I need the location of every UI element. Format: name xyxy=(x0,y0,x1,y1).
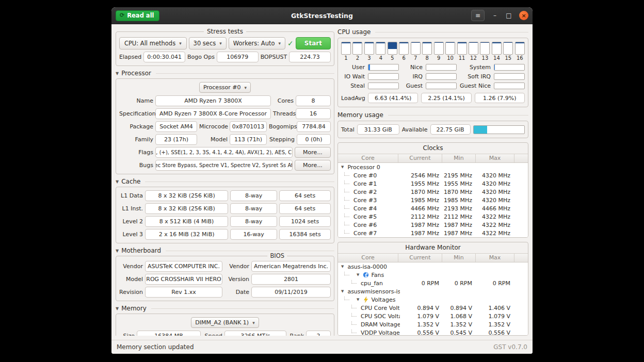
clocks-section: Clocks Core Current Min Max Processor 0 … xyxy=(337,142,528,238)
loadavg-15min: 1.26 (7.9%) xyxy=(475,93,525,103)
table-row[interactable]: Core #11955 MHz1955 MHz4320 MHz xyxy=(338,179,528,188)
start-button[interactable]: Start xyxy=(296,37,331,50)
expander-icon[interactable] xyxy=(341,289,344,293)
model-value: 113 (71h) xyxy=(230,134,267,145)
cache-row-label: L1 Data xyxy=(119,192,143,199)
minimize-button[interactable]: – xyxy=(491,12,498,19)
menu-button[interactable]: ≡ xyxy=(471,10,485,21)
cache-sets: 64 sets xyxy=(279,190,331,201)
threads-value: 16 xyxy=(296,108,331,119)
col-max[interactable]: Max xyxy=(475,154,514,162)
tree-elbow xyxy=(351,330,357,334)
nice-label: Nice xyxy=(402,64,423,71)
table-row[interactable]: Voltages xyxy=(338,295,528,304)
expander-icon[interactable] xyxy=(341,165,344,169)
core-usage-bar: 4 xyxy=(376,42,385,61)
iowait-meter xyxy=(368,73,399,80)
table-row[interactable]: VDDP Voltage0.556 V0.545 V0.556 V xyxy=(338,328,528,335)
softirq-meter xyxy=(494,73,525,80)
table-row[interactable]: Processor 0 xyxy=(338,163,528,171)
table-row[interactable]: asus-isa-0000 xyxy=(338,262,528,271)
expander-icon[interactable] xyxy=(341,265,344,269)
expander-icon[interactable] xyxy=(357,273,359,277)
loadavg-5min: 2.25 (14.1%) xyxy=(421,93,471,103)
model-label: Model xyxy=(199,136,228,143)
mobo-model-label: Model xyxy=(119,276,143,283)
tree-elbow xyxy=(344,297,349,301)
memory-expander[interactable]: Memory xyxy=(116,305,334,312)
table-row[interactable]: Core #71987 MHz1987 MHz4322 MHz xyxy=(338,229,528,237)
table-row[interactable]: Core #02546 MHz2195 MHz4320 MHz xyxy=(338,171,528,179)
col-current[interactable]: Current xyxy=(398,154,442,162)
core-usage-bar: 9 xyxy=(434,42,444,61)
cache-row-label: Level 3 xyxy=(119,231,143,238)
bugs-more-button[interactable]: More... xyxy=(295,160,331,171)
tree-elbow xyxy=(344,272,349,276)
duration-combo[interactable]: 30 secs xyxy=(189,37,227,50)
col-core[interactable]: Core xyxy=(338,254,398,262)
processor-selector-combo[interactable]: Processor #0 xyxy=(199,82,251,93)
col-max[interactable]: Max xyxy=(475,254,514,262)
cache-row-label: L1 Inst. xyxy=(119,205,143,212)
tree-elbow xyxy=(344,222,349,226)
threads-label: Threads xyxy=(273,110,294,117)
processor-section: Processor #0 Name AMD Ryzen 7 3800X Core… xyxy=(116,78,334,174)
table-row[interactable]: Core #52112 MHz2112 MHz4322 MHz xyxy=(338,212,528,221)
guest-nice-label: Guest Nice xyxy=(460,83,491,89)
table-row[interactable]: Core #44466 MHz2193 MHz4466 MHz xyxy=(338,204,528,212)
maximize-button[interactable]: □ xyxy=(505,12,512,19)
motherboard-expander[interactable]: Motherboard xyxy=(116,247,334,254)
family-value: 23 (17h) xyxy=(155,134,197,145)
table-row[interactable]: cpu_fan0 RPM0 RPM0 RPM xyxy=(338,279,528,287)
close-button[interactable]: × xyxy=(519,11,528,20)
core-usage-bar: 1 xyxy=(341,42,351,61)
flags-label: Flags xyxy=(119,149,153,156)
flags-more-button[interactable]: More... xyxy=(295,147,331,158)
table-row[interactable]: CPU Core Voltage0.894 V0.894 V1.406 V xyxy=(338,304,528,312)
family-label: Family xyxy=(119,136,153,143)
hwmon-header: Core Current Min Max xyxy=(338,253,528,262)
col-min[interactable]: Min xyxy=(442,254,475,262)
workers-combo[interactable]: Workers: Auto xyxy=(229,37,285,50)
cache-expander[interactable]: Cache xyxy=(116,178,334,185)
bios-info: Vendor American Megatrends Inc. Version … xyxy=(228,261,331,298)
voltage-icon xyxy=(363,297,369,303)
irq-label: IRQ xyxy=(402,73,423,80)
core-usage-bar: 11 xyxy=(457,42,467,61)
table-row[interactable]: Core #31985 MHz1985 MHz4320 MHz xyxy=(338,196,528,204)
col-core[interactable]: Core xyxy=(338,154,398,162)
mem-speed-value: 3266 MT/s xyxy=(224,331,286,336)
clocks-header: Core Current Min Max xyxy=(338,154,528,163)
bogo-ops-value: 106979 xyxy=(217,52,259,62)
table-row[interactable]: Core #21870 MHz1870 MHz4320 MHz xyxy=(338,188,528,196)
col-min[interactable]: Min xyxy=(442,154,475,162)
status-message: Memory section updated xyxy=(117,343,194,351)
table-row[interactable]: Fans xyxy=(338,271,528,279)
read-all-button[interactable]: ⟳ Read all xyxy=(116,10,159,21)
content-area: Stress tests CPU: All methods 30 secs Wo… xyxy=(111,24,533,340)
dimm-selector-combo[interactable]: DIMM_A2 (BANK 1) xyxy=(191,317,259,328)
table-row[interactable]: CPU SOC Voltage1.079 V1.068 V1.079 V xyxy=(338,312,528,320)
stress-method-combo[interactable]: CPU: All methods xyxy=(119,37,187,50)
cache-ways: 8-way xyxy=(230,216,277,227)
col-current[interactable]: Current xyxy=(398,254,442,262)
expander-icon[interactable] xyxy=(357,298,359,302)
table-row[interactable]: asuswmisensors-isa-0000 xyxy=(338,287,528,295)
core-usage-bar: 5 xyxy=(388,42,397,61)
tree-elbow xyxy=(344,189,349,193)
cache-size: 8 x 32 KiB (256 KiB) xyxy=(145,203,228,214)
desktop-background: ⟳ Read all GtkStressTesting ≡ – □ × Stre… xyxy=(0,0,644,362)
iowait-label: IO Wait xyxy=(341,73,365,80)
read-all-label: Read all xyxy=(127,12,154,19)
bios-version-label: Version xyxy=(228,276,249,283)
mem-total-label: Total xyxy=(341,126,355,133)
table-row[interactable]: Core #61987 MHz1987 MHz4322 MHz xyxy=(338,221,528,229)
tree-elbow xyxy=(344,172,349,176)
cache-row-label: Level 2 xyxy=(119,218,143,225)
app-window: ⟳ Read all GtkStressTesting ≡ – □ × Stre… xyxy=(111,7,533,354)
ready-check-icon: ✓ xyxy=(287,39,294,47)
core-usage-bar: 8 xyxy=(422,42,432,61)
processor-expander[interactable]: Processor xyxy=(116,70,334,77)
app-version: GST v0.7.0 xyxy=(493,343,527,351)
table-row[interactable]: DRAM Voltage1.352 V1.352 V1.352 V xyxy=(338,320,528,328)
